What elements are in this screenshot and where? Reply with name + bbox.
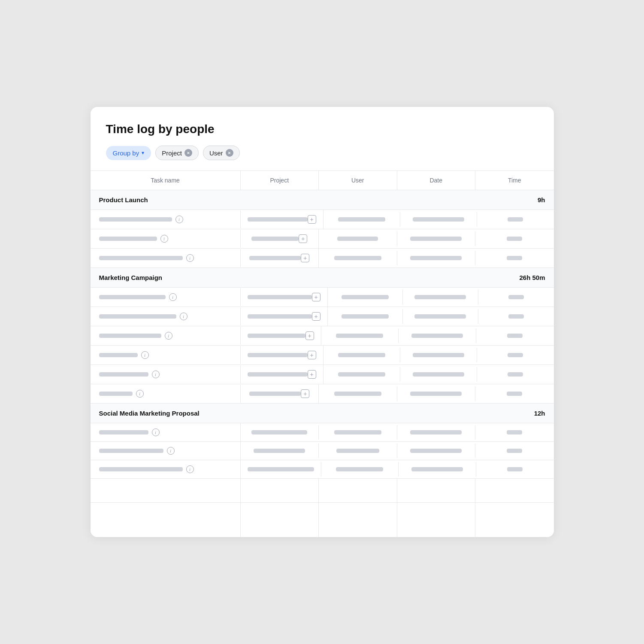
date-cell xyxy=(403,290,478,304)
skeleton-project xyxy=(249,256,301,260)
skeleton-task xyxy=(99,334,161,338)
plus-icon[interactable]: + xyxy=(305,331,314,340)
group-label: Social Media Marketing Proposal xyxy=(91,404,241,423)
main-card: Time log by people Group by ▾ Project × … xyxy=(91,107,554,537)
table-header: Task name Project User Date Time xyxy=(91,171,554,190)
task-cell: i xyxy=(91,230,241,248)
user-cell xyxy=(324,212,400,227)
task-cell: i xyxy=(91,423,241,441)
skeleton-time xyxy=(507,392,522,396)
info-icon[interactable]: i xyxy=(152,371,160,378)
info-icon[interactable]: i xyxy=(160,235,168,243)
date-cell xyxy=(397,386,476,401)
skeleton-time xyxy=(508,314,524,319)
plus-icon[interactable]: + xyxy=(312,293,320,301)
plus-icon[interactable]: + xyxy=(308,370,316,379)
task-cell: i xyxy=(91,346,241,364)
project-cell: + xyxy=(241,384,319,403)
info-icon[interactable]: i xyxy=(165,332,172,340)
group-row-social-media: Social Media Marketing Proposal 12h xyxy=(91,404,554,423)
user-cell xyxy=(319,386,397,401)
table: Task name Project User Date Time Product… xyxy=(91,170,554,537)
user-cell xyxy=(319,251,397,265)
skeleton-time xyxy=(507,430,522,434)
user-cell xyxy=(328,290,403,304)
date-cell xyxy=(399,328,476,343)
task-cell: i xyxy=(91,210,241,228)
task-cell: i xyxy=(91,249,241,267)
info-icon[interactable]: i xyxy=(186,465,194,473)
col-date: Date xyxy=(397,171,476,190)
info-icon[interactable]: i xyxy=(152,428,160,436)
skeleton-task xyxy=(99,314,176,319)
project-cell: + xyxy=(241,288,328,307)
skeleton-task xyxy=(99,256,183,260)
skeleton-project xyxy=(248,334,305,338)
skeleton-task xyxy=(99,237,157,241)
close-icon[interactable]: × xyxy=(184,149,192,157)
col-time: Time xyxy=(475,171,554,190)
task-cell: i xyxy=(91,385,241,403)
group-label: Product Launch xyxy=(91,190,241,210)
skeleton-project xyxy=(251,237,299,241)
time-cell xyxy=(476,462,554,477)
skeleton-date xyxy=(413,217,464,222)
date-cell xyxy=(397,231,476,246)
group-total: 26h 50m xyxy=(475,268,554,287)
skeleton-time xyxy=(507,467,523,471)
project-cell xyxy=(241,444,319,458)
task-cell: i xyxy=(91,460,241,478)
date-cell xyxy=(399,462,476,477)
skeleton-task xyxy=(99,392,133,396)
table-row: i xyxy=(91,460,554,479)
user-cell xyxy=(321,462,399,477)
plus-icon[interactable]: + xyxy=(308,351,316,359)
table-row: i + xyxy=(91,307,554,326)
skeleton-user xyxy=(334,430,381,434)
info-icon[interactable]: i xyxy=(180,313,187,320)
info-icon[interactable]: i xyxy=(141,351,149,359)
skeleton-project xyxy=(248,295,312,299)
user-cell xyxy=(324,367,400,382)
skeleton-date xyxy=(410,430,462,434)
info-icon[interactable]: i xyxy=(186,254,194,262)
skeleton-user xyxy=(336,334,383,338)
table-row: i + xyxy=(91,365,554,384)
filter-chip-user[interactable]: User × xyxy=(203,146,240,160)
skeleton-task xyxy=(99,430,148,434)
plus-icon[interactable]: + xyxy=(312,312,320,321)
table-row: i + xyxy=(91,210,554,229)
project-cell: + xyxy=(241,346,324,365)
date-cell xyxy=(397,444,476,458)
plus-icon[interactable]: + xyxy=(301,389,309,398)
info-icon[interactable]: i xyxy=(167,447,175,455)
skeleton-user xyxy=(336,449,379,453)
table-row: i + xyxy=(91,288,554,307)
time-cell xyxy=(477,348,554,362)
time-cell xyxy=(478,309,554,324)
skeleton-project xyxy=(248,372,308,377)
skeleton-date xyxy=(414,295,466,299)
skeleton-task xyxy=(99,467,183,471)
user-cell xyxy=(321,328,399,343)
skeleton-date xyxy=(410,449,462,453)
group-row-marketing-campaign: Marketing Campaign 26h 50m xyxy=(91,268,554,288)
skeleton-project xyxy=(248,353,308,357)
date-cell xyxy=(400,367,477,382)
group-by-button[interactable]: Group by ▾ xyxy=(106,146,151,160)
plus-icon[interactable]: + xyxy=(299,234,307,243)
info-icon[interactable]: i xyxy=(169,293,177,301)
info-icon[interactable]: i xyxy=(175,216,183,223)
skeleton-task xyxy=(99,217,172,222)
plus-icon[interactable]: + xyxy=(308,215,316,224)
col-task-name: Task name xyxy=(91,171,241,190)
table-row: i + xyxy=(91,384,554,404)
project-cell: + xyxy=(241,229,319,248)
skeleton-time xyxy=(508,372,523,377)
date-cell xyxy=(400,348,477,362)
filter-chip-project[interactable]: Project × xyxy=(155,146,199,160)
user-cell xyxy=(319,425,397,440)
plus-icon[interactable]: + xyxy=(301,254,309,262)
info-icon[interactable]: i xyxy=(136,390,144,398)
close-icon[interactable]: × xyxy=(226,149,233,157)
